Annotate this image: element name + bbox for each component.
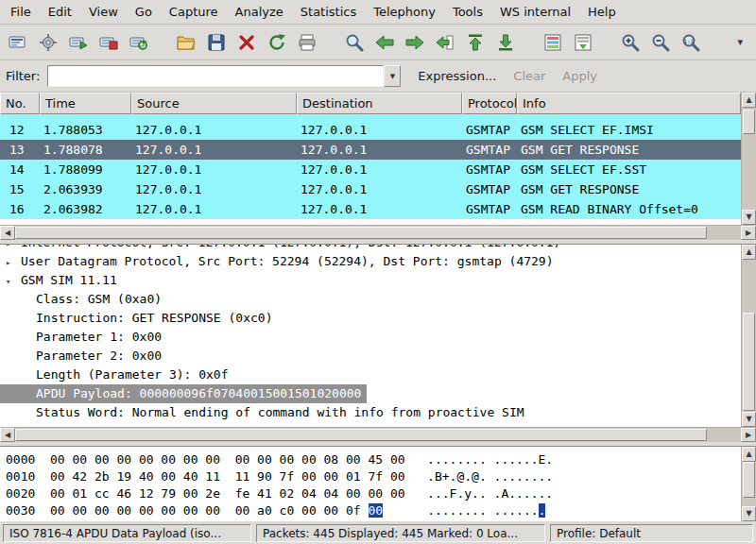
details-vscrollbar[interactable]: ▲ ▼ (741, 245, 756, 427)
detail-row[interactable]: Status Word: Normal ending of command wi… (0, 403, 741, 422)
scroll-thumb[interactable] (743, 110, 755, 134)
detail-row[interactable]: Class: GSM (0xa0) (0, 290, 741, 309)
arrow-left-icon: ◀ (5, 230, 10, 237)
menu-ws-internal[interactable]: WS internal (491, 1, 579, 23)
column-header-protocol[interactable]: Protocol (462, 93, 517, 114)
hex-line[interactable]: 0030 00 00 00 00 00 00 00 00 00 a0 c0 00… (6, 502, 741, 519)
apply-button[interactable]: Apply (562, 69, 597, 83)
expand-icon[interactable]: ▸ (6, 253, 21, 272)
detail-row[interactable]: Length (Parameter 3): 0x0f (0, 366, 741, 384)
zoom-in-icon[interactable] (617, 28, 644, 57)
go-forward-icon[interactable] (402, 28, 428, 57)
packet-list-vscrollbar[interactable]: ▲ ▼ (741, 93, 756, 225)
scroll-down-button[interactable]: ▼ (742, 506, 756, 521)
goto-packet-icon[interactable] (432, 28, 458, 57)
detail-row[interactable]: Parameter 1: 0x00 (0, 328, 741, 347)
scroll-track[interactable] (15, 428, 741, 442)
goto-bottom-icon[interactable] (492, 28, 519, 57)
toolbar-overflow-icon[interactable]: ▾ (733, 32, 747, 52)
scroll-thumb[interactable] (743, 462, 755, 498)
menu-edit[interactable]: Edit (40, 1, 80, 23)
save-file-icon[interactable] (203, 28, 230, 57)
filter-dropdown-button[interactable]: ▼ (384, 65, 401, 87)
packet-details[interactable]: ▸Internet Protocol, Src: 127.0.0.1 (127.… (0, 245, 741, 427)
packet-row[interactable]: 152.063939127.0.0.1127.0.0.1GSMTAPGSM GE… (0, 179, 741, 199)
scroll-left-button[interactable]: ◀ (0, 428, 15, 442)
colorize-icon[interactable] (540, 28, 566, 57)
detail-row[interactable]: ▾GSM SIM 11.11 (0, 271, 741, 290)
column-header-destination[interactable]: Destination (297, 93, 462, 114)
packet-row[interactable]: 162.063982127.0.0.1127.0.0.1GSMTAPGSM RE… (0, 199, 741, 219)
column-header-time[interactable]: Time (40, 93, 131, 114)
column-header-info[interactable]: Info (517, 93, 741, 114)
detail-row[interactable]: ▸Internet Protocol, Src: 127.0.0.1 (127.… (0, 245, 741, 252)
find-packet-icon[interactable] (341, 28, 368, 57)
zoom-actual-icon[interactable]: 1:1 (678, 28, 704, 57)
reload-icon[interactable] (264, 28, 290, 57)
scroll-down-button[interactable]: ▼ (742, 210, 756, 225)
column-header-no[interactable]: No. (0, 93, 40, 114)
close-file-icon[interactable] (233, 28, 260, 57)
hex-line[interactable]: 0010 00 42 2b 19 40 00 40 11 11 90 7f 00… (6, 468, 741, 485)
start-capture-icon[interactable] (65, 28, 92, 57)
print-icon[interactable] (294, 28, 320, 57)
scroll-thumb[interactable] (15, 227, 707, 239)
menu-go[interactable]: Go (127, 1, 161, 23)
scroll-right-button[interactable]: ▶ (741, 428, 756, 442)
hex-line[interactable]: 0000 00 00 00 00 00 00 00 00 00 00 00 00… (6, 451, 741, 468)
scroll-track[interactable] (742, 260, 756, 412)
scroll-thumb[interactable] (15, 429, 707, 441)
expression-button[interactable]: Expression... (418, 69, 496, 83)
detail-row[interactable]: APDU Payload: 000000096f0704001500150102… (0, 384, 367, 403)
scroll-up-button[interactable]: ▲ (742, 447, 756, 462)
scroll-track[interactable] (742, 108, 756, 210)
menu-help[interactable]: Help (579, 1, 625, 23)
packet-row[interactable]: 131.788078127.0.0.1127.0.0.1GSMTAPGSM GE… (0, 140, 741, 160)
filter-input[interactable] (47, 65, 384, 87)
hex-vscrollbar[interactable]: ▲ ▼ (741, 447, 756, 521)
ascii-selected-char[interactable]: . (539, 503, 546, 518)
restart-capture-icon[interactable] (126, 28, 152, 57)
cell-destination: 127.0.0.1 (297, 199, 462, 219)
menu-view[interactable]: View (80, 1, 127, 23)
scroll-right-button[interactable]: ▶ (741, 226, 756, 240)
detail-row-partial[interactable]: ▸Internet Protocol, Src: 127.0.0.1 (127.… (0, 245, 741, 252)
stop-capture-icon[interactable] (95, 28, 122, 57)
detail-row[interactable]: ▸User Datagram Protocol, Src Port: 52294… (0, 252, 741, 271)
open-file-icon[interactable] (173, 28, 199, 57)
menu-tools[interactable]: Tools (444, 1, 491, 23)
scroll-thumb[interactable] (743, 313, 755, 411)
expand-icon[interactable]: ▸ (6, 245, 21, 252)
scroll-track[interactable] (742, 462, 756, 506)
menu-statistics[interactable]: Statistics (292, 1, 365, 23)
menu-capture[interactable]: Capture (161, 1, 227, 23)
status-profile: Profile: Default (550, 524, 753, 542)
packet-list[interactable]: 111.788011127.0.0.1127.0.0.1GSMTAPGSM GE… (0, 114, 741, 225)
detail-row[interactable]: Instruction: GET RESPONSE (0xc0) (0, 309, 741, 328)
collapse-icon[interactable]: ▾ (6, 272, 21, 291)
scroll-track[interactable] (15, 226, 741, 240)
scroll-left-button[interactable]: ◀ (0, 226, 15, 240)
menu-telephony[interactable]: Telephony (365, 1, 444, 23)
goto-top-icon[interactable] (462, 28, 489, 57)
column-header-source[interactable]: Source (131, 93, 297, 114)
detail-row[interactable]: Parameter 2: 0x00 (0, 347, 741, 366)
zoom-out-icon[interactable] (647, 28, 674, 57)
hex-line[interactable]: 0020 00 01 cc 46 12 79 00 2e fe 41 02 04… (6, 485, 741, 502)
capture-options-icon[interactable] (35, 28, 61, 57)
menu-file[interactable]: File (2, 1, 40, 23)
clear-button[interactable]: Clear (513, 69, 545, 83)
go-back-icon[interactable] (371, 28, 398, 57)
scroll-up-button[interactable]: ▲ (742, 245, 756, 260)
scroll-up-button[interactable]: ▲ (742, 93, 756, 108)
hex-selected-byte[interactable]: 00 (369, 503, 384, 518)
menu-analyze[interactable]: Analyze (227, 1, 292, 23)
autoscroll-icon[interactable] (570, 28, 596, 57)
scroll-down-button[interactable]: ▼ (742, 412, 756, 427)
packet-row[interactable]: 141.788099127.0.0.1127.0.0.1GSMTAPGSM SE… (0, 160, 741, 179)
list-interfaces-icon[interactable] (5, 28, 31, 57)
details-hscrollbar[interactable]: ◀ ▶ (0, 427, 756, 442)
packet-list-hscrollbar[interactable]: ◀ ▶ (0, 225, 756, 240)
packet-row[interactable]: 121.788053127.0.0.1127.0.0.1GSMTAPGSM SE… (0, 120, 741, 140)
hex-view[interactable]: 0000 00 00 00 00 00 00 00 00 00 00 00 00… (0, 447, 741, 521)
